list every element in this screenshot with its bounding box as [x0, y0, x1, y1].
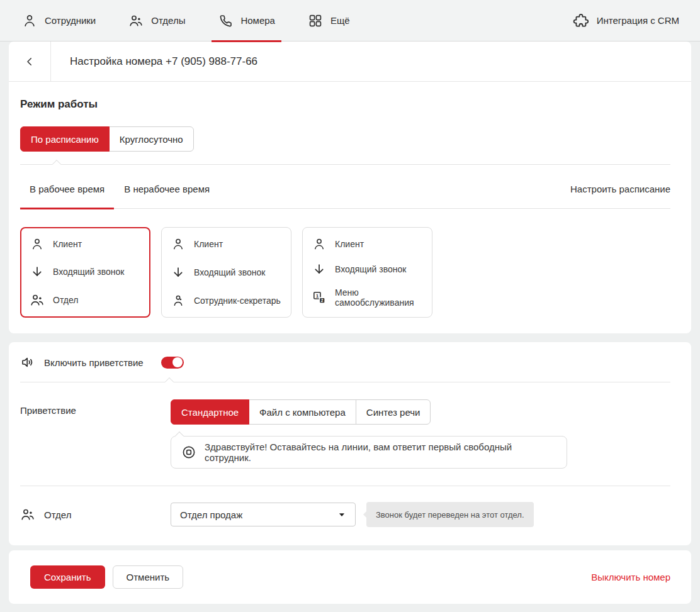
- time-tabs: В рабочее время В нерабочее время Настро…: [20, 165, 670, 209]
- step-label: Входящий звонок: [194, 267, 265, 277]
- tab-working-hours[interactable]: В рабочее время: [20, 184, 114, 208]
- scenario-step: Отдел: [30, 292, 141, 308]
- disable-number-link[interactable]: Выключить номер: [591, 572, 670, 582]
- step-label: Клиент: [194, 239, 223, 249]
- department-tooltip: Звонок будет переведен на этот отдел.: [366, 502, 534, 527]
- page-header: Настройка номера +7 (905) 988-77-66: [9, 42, 691, 82]
- person-icon: [312, 237, 327, 251]
- speaker-icon: [20, 355, 35, 370]
- step-label: Сотрудник-секретарь: [194, 296, 281, 306]
- arrow-down-icon: [312, 262, 327, 276]
- work-mode-switch: По расписанию Круглосуточно: [20, 126, 670, 152]
- mode-by-schedule[interactable]: По расписанию: [20, 126, 110, 152]
- chevron-left-icon: [24, 56, 35, 67]
- nav-item-numbers[interactable]: Номера: [212, 0, 281, 42]
- greeting-source-switch: Стандартное Файл с компьютера Синтез реч…: [171, 399, 567, 425]
- nav-item-employees[interactable]: Сотрудники: [16, 0, 102, 42]
- greeting-row-label: Приветствие: [20, 399, 171, 416]
- puzzle-icon: [573, 13, 589, 29]
- people-icon: [20, 507, 35, 522]
- people-icon: [128, 13, 144, 28]
- department-row-label: Отдел: [44, 509, 71, 520]
- arrow-down-icon: [171, 265, 186, 279]
- ivr-menu-icon: 12: [312, 290, 327, 305]
- svg-text:1: 1: [316, 293, 319, 299]
- scenario-step: Входящий звонок: [30, 265, 141, 279]
- person-icon: [171, 294, 186, 308]
- step-label: Входящий звонок: [53, 267, 124, 277]
- grid-icon: [308, 13, 323, 28]
- work-mode-panel: Режим работы По расписанию Круглосуточно…: [9, 82, 691, 333]
- greeting-toggle-row: Включить приветствие: [9, 342, 691, 382]
- mode-round-the-clock[interactable]: Круглосуточно: [109, 126, 194, 152]
- top-nav: Сотрудники Отделы Номера Ещё Интеграция …: [0, 0, 700, 42]
- step-label: Клиент: [53, 239, 82, 249]
- tab-nonworking-hours[interactable]: В нерабочее время: [115, 184, 219, 208]
- greeting-toggle[interactable]: [161, 357, 184, 369]
- nav-item-more[interactable]: Ещё: [302, 0, 356, 42]
- scenario-step: Входящий звонок: [171, 265, 282, 279]
- nav-item-label: Отделы: [151, 15, 185, 26]
- record-icon: [181, 445, 196, 460]
- greeting-toggle-label: Включить приветствие: [44, 357, 144, 368]
- nav-crm-label: Интеграция с CRM: [597, 15, 679, 26]
- pointer-notch: [175, 431, 184, 440]
- department-label-group: Отдел: [20, 507, 171, 522]
- scenario-step: Клиент: [312, 237, 423, 251]
- arrow-down-icon: [30, 265, 45, 279]
- step-label: Клиент: [335, 239, 364, 249]
- divider: [20, 382, 670, 382]
- department-selected-value: Отдел продаж: [180, 509, 242, 520]
- scenario-card-department[interactable]: Клиент Входящий звонок Отдел: [20, 227, 150, 318]
- nav-item-label: Номера: [240, 15, 275, 26]
- configure-schedule-link[interactable]: Настроить расписание: [570, 184, 670, 208]
- scenario-step: Клиент: [171, 237, 282, 251]
- department-row: Отдел Отдел продаж Звонок будет переведе…: [9, 486, 691, 545]
- step-label: Входящий звонок: [335, 264, 406, 274]
- step-label: Меню самообслуживания: [335, 287, 423, 308]
- nav-item-label: Ещё: [330, 15, 350, 26]
- footer-bar: Сохранить Отменить Выключить номер: [9, 550, 691, 604]
- nav-item-departments[interactable]: Отделы: [122, 0, 191, 42]
- svg-text:2: 2: [321, 298, 324, 303]
- toggle-knob: [172, 357, 183, 367]
- nav-crm-integration[interactable]: Интеграция с CRM: [573, 13, 679, 29]
- phone-icon: [218, 13, 233, 28]
- scenario-step: Клиент: [30, 237, 141, 251]
- scenario-step: 12 Меню самообслуживания: [312, 287, 423, 308]
- department-select[interactable]: Отдел продаж: [171, 503, 356, 526]
- nav-item-label: Сотрудники: [45, 15, 96, 26]
- person-icon: [22, 13, 37, 28]
- scenario-cards: Клиент Входящий звонок Отдел Клиент: [20, 227, 670, 318]
- page-title: Настройка номера +7 (905) 988-77-66: [51, 42, 257, 81]
- source-speech-synthesis[interactable]: Синтез речи: [356, 399, 431, 425]
- greeting-panel: Включить приветствие Приветствие Стандар…: [9, 342, 691, 545]
- step-label: Отдел: [53, 295, 79, 305]
- source-file-upload[interactable]: Файл с компьютера: [249, 399, 356, 425]
- chevron-down-icon: [337, 510, 346, 519]
- greeting-source-row: Приветствие Стандартное Файл с компьютер…: [9, 382, 691, 486]
- greeting-message-text: Здравствуйте! Оставайтесь на линии, вам …: [205, 442, 556, 463]
- save-button[interactable]: Сохранить: [30, 565, 105, 589]
- scenario-card-ivr-menu[interactable]: Клиент Входящий звонок 12 Меню самообслу…: [302, 227, 432, 318]
- cancel-button[interactable]: Отменить: [113, 565, 184, 589]
- greeting-controls: Стандартное Файл с компьютера Синтез реч…: [171, 399, 567, 469]
- divider: [20, 486, 670, 486]
- back-button[interactable]: [9, 42, 51, 81]
- person-icon: [171, 237, 186, 251]
- scenario-card-secretary[interactable]: Клиент Входящий звонок Сотрудник-секрета…: [161, 227, 291, 318]
- people-icon: [30, 292, 45, 308]
- work-mode-heading: Режим работы: [20, 98, 670, 111]
- scenario-step: Входящий звонок: [312, 262, 423, 276]
- greeting-message-box: Здравствуйте! Оставайтесь на линии, вам …: [171, 436, 567, 469]
- person-icon: [30, 237, 45, 251]
- source-standard[interactable]: Стандартное: [171, 399, 249, 425]
- scenario-step: Сотрудник-секретарь: [171, 294, 282, 308]
